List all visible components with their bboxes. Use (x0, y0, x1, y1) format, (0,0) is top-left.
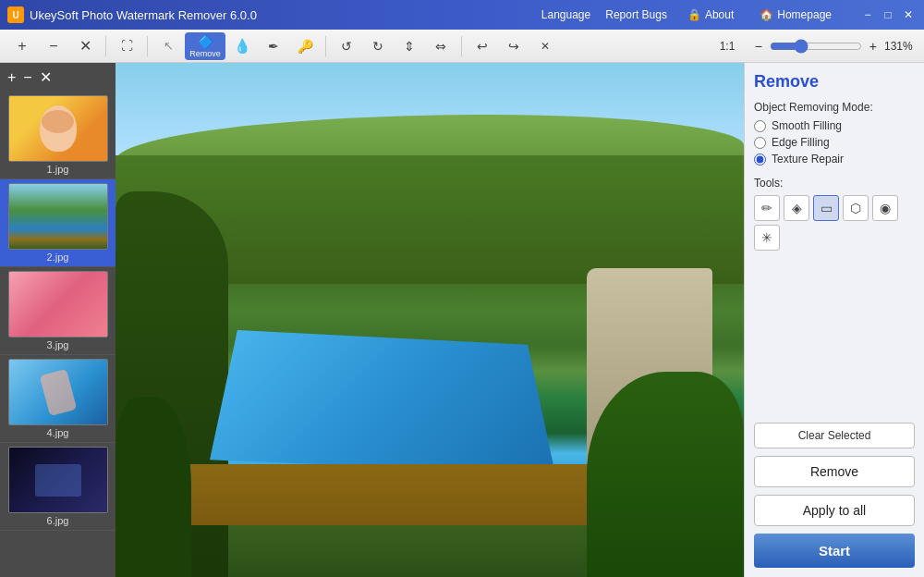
crop-tool-button[interactable]: ⛶ (112, 33, 141, 59)
homepage-button[interactable]: 🏠 Homepage (754, 6, 837, 23)
clone-tool-button[interactable]: ✒ (259, 33, 288, 59)
zoom-controls: 1:1 − + 131% (720, 37, 917, 55)
app-title: UkeySoft Photo Watermark Remover 6.0.0 (30, 8, 257, 22)
canvas-area[interactable] (116, 63, 744, 577)
flip-h-button[interactable]: ⇔ (426, 33, 456, 59)
smooth-filling-label: Smooth Filling (772, 119, 842, 132)
remove-button[interactable]: Remove (754, 456, 915, 487)
close-button[interactable]: ✕ (900, 6, 917, 23)
zoom-out-button[interactable]: − (751, 37, 766, 55)
titlebar-right: Language Report Bugs 🔒 About 🏠 Homepage … (541, 6, 917, 23)
rotate-left-button[interactable]: ↺ (332, 33, 361, 59)
report-bugs-button[interactable]: Report Bugs (605, 8, 667, 21)
window-controls: − □ ✕ (859, 6, 917, 23)
toolbar: + − ✕ ⛶ ↖ 🔷 Remove 💧 ✒ 🔑 ↺ ↻ ⇕ ⇔ ↩ ↪ ✕ 1… (0, 30, 924, 63)
edge-filling-label: Edge Filling (772, 136, 830, 149)
sep-4 (461, 36, 462, 56)
thumbnail-image-4 (8, 359, 108, 425)
texture-repair-label: Texture Repair (772, 153, 844, 166)
thumbnail-item-5[interactable]: 6.jpg (0, 443, 116, 531)
thumbnail-item-1[interactable]: 1.jpg (0, 92, 116, 179)
redo-button[interactable]: ↪ (499, 33, 529, 59)
texture-repair-radio[interactable] (754, 153, 766, 166)
app-logo: U (7, 6, 24, 23)
maximize-button[interactable]: □ (880, 6, 896, 23)
lock-icon: 🔒 (687, 8, 701, 21)
thumbnail-image-1 (8, 95, 108, 162)
main-area: + − ✕ 1.jpg 2.jpg 3.jpg (0, 63, 924, 577)
thumbnail-item-3[interactable]: 3.jpg (0, 267, 116, 355)
magic-wand-tool[interactable]: ✳ (754, 225, 780, 251)
smooth-filling-option[interactable]: Smooth Filling (754, 119, 915, 132)
add-file-button[interactable]: + (7, 33, 37, 59)
language-button[interactable]: Language (541, 8, 590, 21)
thumbnail-image-5 (8, 447, 108, 513)
about-button[interactable]: 🔒 About (682, 6, 739, 23)
zoom-in-button[interactable]: + (866, 37, 881, 55)
polygon-tool[interactable]: ⬡ (843, 195, 869, 221)
edge-filling-option[interactable]: Edge Filling (754, 136, 915, 149)
flip-v-button[interactable]: ⇕ (395, 33, 424, 59)
tools-section-label: Tools: (754, 177, 915, 190)
clear-selected-button[interactable]: Clear Selected (754, 423, 915, 448)
smooth-filling-radio[interactable] (754, 120, 766, 132)
start-button[interactable]: Start (754, 534, 915, 568)
sep-2 (147, 36, 148, 56)
fill-tool[interactable]: ◉ (872, 195, 898, 221)
object-removing-mode-label: Object Removing Mode: (754, 101, 915, 114)
sep-3 (325, 36, 326, 56)
thumbnail-item-4[interactable]: 4.jpg (0, 355, 116, 443)
sidebar-add-button[interactable]: + (6, 68, 18, 88)
undo-button[interactable]: ↩ (468, 33, 497, 59)
sidebar-remove-button[interactable]: − (21, 68, 33, 88)
move-tool-button[interactable]: ↖ (153, 33, 183, 59)
zoom-percent-label: 131% (884, 40, 917, 53)
magic-wand-button[interactable]: 🔑 (290, 33, 320, 59)
main-canvas (116, 63, 744, 577)
landscape-overlay (116, 63, 744, 577)
drawing-tools-row: ✏ ◈ ▭ ⬡ ◉ ✳ (754, 195, 915, 251)
remove-tool-button[interactable]: 🔷 Remove (185, 32, 225, 60)
eraser-tool[interactable]: ◈ (784, 195, 809, 221)
remove-label: Remove (189, 49, 221, 58)
thumbnail-label-4: 4.jpg (47, 427, 69, 438)
close-image-button[interactable]: ✕ (530, 33, 560, 59)
thumbnail-sidebar: + − ✕ 1.jpg 2.jpg 3.jpg (0, 63, 116, 577)
thumbnail-label-1: 1.jpg (47, 164, 69, 175)
titlebar: U UkeySoft Photo Watermark Remover 6.0.0… (0, 0, 924, 30)
removing-mode-group: Smooth Filling Edge Filling Texture Repa… (754, 119, 915, 166)
thumbnail-image-2 (8, 183, 108, 250)
rect-selection-tool[interactable]: ▭ (813, 195, 839, 221)
file-controls: + − ✕ (7, 33, 100, 59)
fill-mode-button[interactable]: 💧 (227, 33, 257, 59)
texture-repair-option[interactable]: Texture Repair (754, 153, 915, 166)
zoom-slider[interactable] (770, 39, 862, 54)
thumbnail-image-3 (8, 271, 108, 338)
remove-file-button[interactable]: − (39, 33, 68, 59)
rotate-right-button[interactable]: ↻ (363, 33, 393, 59)
brush-tool[interactable]: ✏ (754, 195, 780, 221)
minimize-button[interactable]: − (859, 6, 876, 23)
home-icon: 🏠 (760, 8, 773, 21)
titlebar-left: U UkeySoft Photo Watermark Remover 6.0.0 (7, 6, 257, 23)
panel-title: Remove (754, 72, 915, 92)
thumbnail-label-3: 3.jpg (47, 339, 69, 350)
thumbnail-label-6: 6.jpg (47, 515, 69, 526)
thumbnail-label-2: 2.jpg (47, 252, 69, 263)
thumbnail-item-2[interactable]: 2.jpg (0, 179, 116, 267)
remove-icon: 🔷 (198, 34, 213, 49)
close-file-button[interactable]: ✕ (70, 33, 100, 59)
sidebar-close-button[interactable]: ✕ (38, 67, 54, 88)
right-panel: Remove Object Removing Mode: Smooth Fill… (744, 63, 924, 577)
apply-to-all-button[interactable]: Apply to all (754, 495, 915, 526)
sep-1 (105, 36, 106, 56)
edge-filling-radio[interactable] (754, 137, 766, 149)
zoom-reset-label[interactable]: 1:1 (720, 40, 748, 53)
sidebar-controls: + − ✕ (0, 63, 116, 92)
